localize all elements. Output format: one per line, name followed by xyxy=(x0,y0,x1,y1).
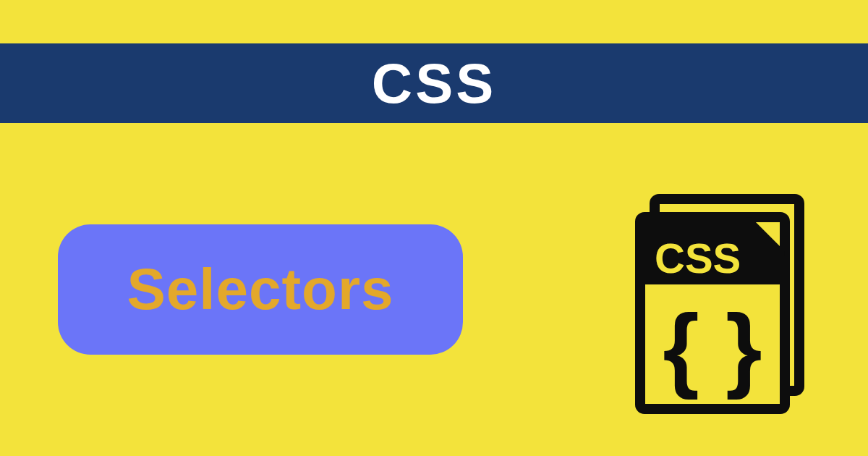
header-title: CSS xyxy=(372,51,496,117)
topic-label: Selectors xyxy=(127,256,393,323)
curly-braces-icon: { } xyxy=(663,295,762,400)
icon-css-text: CSS xyxy=(655,235,741,282)
header-band: CSS xyxy=(0,43,868,123)
css-file-icon: CSS { } xyxy=(633,192,821,416)
topic-pill: Selectors xyxy=(58,224,463,355)
